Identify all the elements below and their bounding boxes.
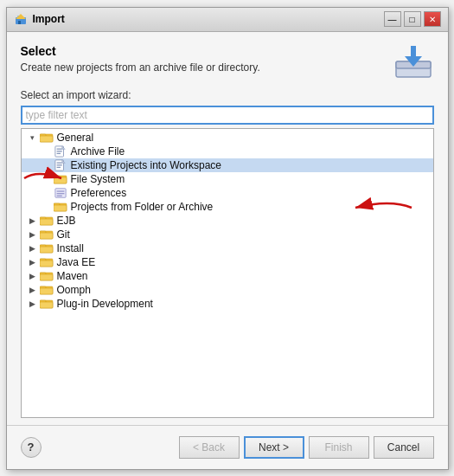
expand-install-icon[interactable]: ▶ <box>27 242 39 254</box>
page-description: Create new projects from an archive file… <box>21 61 260 74</box>
filter-input[interactable] <box>21 106 434 125</box>
window-title: Import <box>33 13 384 25</box>
svg-rect-15 <box>56 151 61 151</box>
expand-existing-spacer <box>41 159 53 171</box>
svg-rect-44 <box>40 261 53 267</box>
tree-item-file-system[interactable]: File System <box>22 172 433 186</box>
svg-rect-12 <box>40 136 53 142</box>
svg-rect-2 <box>18 21 21 24</box>
tree-item-general-label: General <box>57 132 94 144</box>
tree-item-maven-label: Maven <box>57 270 88 282</box>
tree-item-maven[interactable]: ▶ Maven <box>22 269 433 283</box>
tree-item-existing-projects[interactable]: Existing Projects into Workspace <box>22 158 433 172</box>
expand-preferences-spacer <box>41 187 53 199</box>
back-button[interactable]: < Back <box>179 436 240 459</box>
svg-rect-47 <box>40 274 53 280</box>
expand-maven-icon[interactable]: ▶ <box>27 270 39 282</box>
expand-java-ee-icon[interactable]: ▶ <box>27 256 39 268</box>
help-button[interactable]: ? <box>21 437 42 458</box>
button-row: ? < Back Next > Finish Cancel <box>21 433 434 460</box>
svg-rect-28 <box>56 193 64 194</box>
expand-git-icon[interactable]: ▶ <box>27 228 39 241</box>
tree-item-install[interactable]: ▶ Install <box>22 241 433 255</box>
header-icon <box>393 44 434 79</box>
tree-item-preferences[interactable]: Preferences <box>22 186 433 200</box>
import-dialog: Import — □ ✕ Select Create new projects … <box>6 7 449 470</box>
svg-rect-41 <box>40 247 53 253</box>
header-text: Select Create new projects from an archi… <box>21 44 260 74</box>
title-bar: Import — □ ✕ <box>7 8 448 32</box>
expand-ejb-icon[interactable]: ▶ <box>27 215 39 227</box>
tree-item-oomph[interactable]: ▶ Oomph <box>22 283 433 297</box>
svg-rect-35 <box>40 219 53 225</box>
svg-rect-32 <box>54 205 67 211</box>
expand-oomph-icon[interactable]: ▶ <box>27 284 39 296</box>
svg-rect-25 <box>54 177 67 183</box>
svg-rect-19 <box>56 162 61 163</box>
minimize-button[interactable]: — <box>384 11 401 27</box>
tree-item-ejb-label: EJB <box>57 215 76 227</box>
tree-item-git[interactable]: ▶ Git <box>22 228 433 241</box>
finish-button[interactable]: Finish <box>309 436 369 459</box>
button-divider <box>7 425 448 426</box>
expand-general-icon[interactable]: ▾ <box>27 132 39 144</box>
expand-plugin-icon[interactable]: ▶ <box>27 298 39 310</box>
svg-rect-21 <box>56 166 60 167</box>
tree-item-install-label: Install <box>57 242 84 254</box>
expand-projects-spacer <box>41 201 53 213</box>
tree-container: ▾ General <box>21 128 434 418</box>
tree-item-projects-folder[interactable]: Projects from Folder or Archive <box>22 200 433 214</box>
tree-item-general[interactable]: ▾ General <box>22 131 433 145</box>
svg-rect-16 <box>56 152 60 153</box>
tree-list: ▾ General <box>22 129 433 417</box>
expand-filesystem-spacer <box>41 173 53 185</box>
tree-item-archive-label: Archive File <box>71 145 125 158</box>
page-title: Select <box>21 44 260 58</box>
maximize-button[interactable]: □ <box>404 11 421 27</box>
tree-item-filesystem-label: File System <box>71 173 125 185</box>
dialog-content: Select Create new projects from an archi… <box>7 32 448 469</box>
tree-item-plugin-dev[interactable]: ▶ Plug-in Development <box>22 297 433 311</box>
svg-rect-29 <box>56 195 61 196</box>
next-button[interactable]: Next > <box>244 436 304 459</box>
svg-rect-50 <box>40 288 53 294</box>
tree-item-existing-label: Existing Projects into Workspace <box>71 159 222 171</box>
tree-item-git-label: Git <box>57 228 70 241</box>
svg-rect-27 <box>56 190 64 191</box>
svg-rect-20 <box>56 164 61 165</box>
svg-rect-38 <box>40 233 53 239</box>
tree-item-projects-label: Projects from Folder or Archive <box>71 201 214 213</box>
tree-item-archive-file[interactable]: Archive File <box>22 145 433 158</box>
cancel-button[interactable]: Cancel <box>374 436 434 459</box>
svg-rect-53 <box>40 302 53 308</box>
header-section: Select Create new projects from an archi… <box>21 44 434 79</box>
window-controls: — □ ✕ <box>384 11 441 27</box>
wizard-label: Select an import wizard: <box>21 89 434 101</box>
tree-item-ejb[interactable]: ▶ EJB <box>22 214 433 228</box>
svg-marker-3 <box>16 14 26 19</box>
tree-item-preferences-label: Preferences <box>71 187 127 199</box>
close-button[interactable]: ✕ <box>424 11 441 27</box>
expand-archive-spacer <box>41 145 53 158</box>
window-icon <box>14 12 28 26</box>
tree-item-java-ee[interactable]: ▶ Java EE <box>22 255 433 269</box>
svg-rect-14 <box>56 148 61 149</box>
tree-item-oomph-label: Oomph <box>57 284 91 296</box>
tree-item-plugin-label: Plug-in Development <box>57 298 153 310</box>
tree-item-java-ee-label: Java EE <box>57 256 96 268</box>
